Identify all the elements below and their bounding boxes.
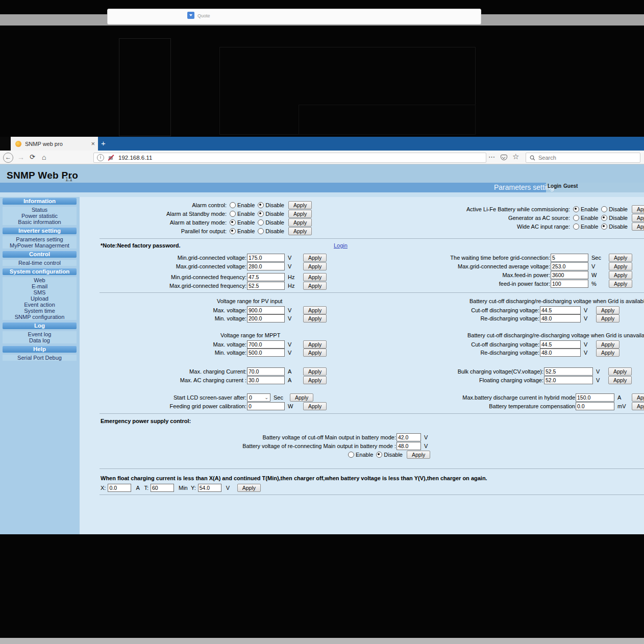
enable-radio[interactable] [230,228,236,234]
sidebar-item-status[interactable]: Status [3,207,77,213]
pv-max-voltage-input[interactable] [247,306,285,314]
max-feed-in-power-input[interactable] [551,271,588,279]
battery-temp-compensation-input[interactable] [576,402,614,410]
disable-radio[interactable] [258,219,264,226]
battery-cutoff-main-input[interactable] [397,433,421,441]
min-grid-voltage-input[interactable] [247,254,285,262]
apply-button[interactable]: Apply [632,222,644,231]
cutoff-discharge-unavail-input[interactable] [540,340,581,349]
apply-button[interactable]: Apply [303,254,327,262]
grid-wait-time-input[interactable] [551,254,588,262]
sidebar-item-e-mail[interactable]: E-mail [3,283,77,289]
battery-reconnect-main-input[interactable] [397,442,421,450]
t-input[interactable] [151,484,174,492]
disable-radio[interactable] [376,452,382,458]
sidebar-item-real-time-control[interactable]: Real-time control [3,260,77,266]
floating-charging-voltage-input[interactable] [544,376,593,384]
apply-button[interactable]: Apply [608,376,632,384]
y-input[interactable] [198,484,221,492]
apply-button[interactable]: Apply [632,402,644,410]
sidebar-item-system-time[interactable]: System time [3,308,77,314]
apply-button[interactable]: Apply [288,218,312,227]
apply-button[interactable]: Apply [290,393,313,402]
page-actions-icon[interactable]: ⋯ [488,153,495,161]
sidebar-item-power-statistic[interactable]: Power statistic [3,213,77,219]
home-icon[interactable]: ⌂ [42,153,46,161]
redischarge-unavail-input[interactable] [540,349,581,357]
site-info-icon[interactable]: i [97,154,104,161]
max-grid-frequency-input[interactable] [247,282,285,290]
enable-radio[interactable] [573,206,579,212]
disable-radio[interactable] [601,224,607,230]
url-bar[interactable]: i 192.168.6.11 [93,153,486,163]
mppt-min-voltage-input[interactable] [247,349,285,357]
max-grid-voltage-input[interactable] [247,262,285,270]
apply-button[interactable]: Apply [303,273,327,281]
apply-button[interactable]: Apply [609,271,632,279]
sidebar-item-event-action[interactable]: Event action [3,302,77,308]
apply-button[interactable]: Apply [608,367,632,376]
apply-button[interactable]: Apply [632,205,644,213]
redischarge-input[interactable] [540,314,581,323]
apply-button[interactable]: Apply [596,314,620,323]
disable-radio[interactable] [258,202,264,208]
mppt-max-voltage-input[interactable] [247,340,285,349]
disable-radio[interactable] [258,211,264,217]
disable-radio[interactable] [601,215,607,221]
apply-button[interactable]: Apply [632,393,644,402]
url-text[interactable]: 192.168.6.11 [118,155,152,161]
apply-button[interactable]: Apply [303,262,327,270]
apply-button[interactable]: Apply [632,214,644,222]
disable-radio[interactable] [258,228,264,234]
apply-button[interactable]: Apply [596,306,620,314]
search-box[interactable]: Search [526,153,640,163]
apply-button[interactable]: Apply [303,282,327,290]
enable-radio[interactable] [573,215,579,221]
max-grid-avg-voltage-input[interactable] [551,262,588,270]
sidebar-item-web[interactable]: Web [3,277,77,283]
apply-button[interactable]: Apply [609,262,632,270]
apply-button[interactable]: Apply [303,314,327,323]
apply-button[interactable]: Apply [596,349,620,357]
sidebar-item-upload[interactable]: Upload [3,295,77,302]
reload-icon[interactable]: ⟳ [30,153,35,161]
apply-button[interactable]: Apply [609,254,632,262]
apply-button[interactable]: Apply [407,451,430,459]
enable-radio[interactable] [573,224,579,230]
enable-radio[interactable] [230,219,236,226]
factory-login-link[interactable]: Login [334,242,348,249]
feed-in-power-factor-input[interactable] [551,280,588,288]
apply-button[interactable]: Apply [609,280,632,288]
apply-button[interactable]: Apply [303,367,327,376]
browser-tab[interactable]: SNMP web pro × [11,137,98,151]
min-grid-frequency-input[interactable] [247,273,285,281]
lcd-screensaver-select[interactable]: 0 ⌄ [247,393,270,402]
sidebar-item-sms[interactable]: SMS [3,289,77,295]
enable-radio[interactable] [230,202,236,208]
apply-button[interactable]: Apply [303,402,327,410]
bulk-charging-voltage-input[interactable] [544,367,593,376]
apply-button[interactable]: Apply [303,306,327,314]
apply-button[interactable]: Apply [303,349,327,357]
disable-radio[interactable] [601,206,607,212]
x-input[interactable] [108,484,131,492]
forward-icon[interactable]: → [17,153,24,161]
plugin-blocked-icon[interactable] [108,155,114,161]
apply-button[interactable]: Apply [288,210,312,218]
enable-radio[interactable] [348,452,354,458]
apply-button[interactable]: Apply [303,340,327,349]
enable-radio[interactable] [230,211,236,217]
sidebar-item-basic-information[interactable]: Basic information [3,219,77,225]
max-charging-current-input[interactable] [247,367,285,376]
sidebar-item-parameters-setting[interactable]: Parameters setting [3,236,77,242]
bookmark-star-icon[interactable]: ☆ [512,152,519,161]
login-link[interactable]: Login [548,183,561,189]
sidebar-item-serial-port-debug[interactable]: Serial Port Debug [3,355,77,361]
feeding-calibration-input[interactable] [247,402,285,410]
sidebar-item-mypower-managerment[interactable]: MyPower Managerment [3,242,77,249]
cutoff-discharge-input[interactable] [540,306,581,314]
apply-button[interactable]: Apply [303,376,327,384]
sidebar-item-event-log[interactable]: Event log [3,331,77,337]
apply-button[interactable]: Apply [596,340,620,349]
sidebar-item-snmp-configuration[interactable]: SNMP configuration [3,314,77,320]
